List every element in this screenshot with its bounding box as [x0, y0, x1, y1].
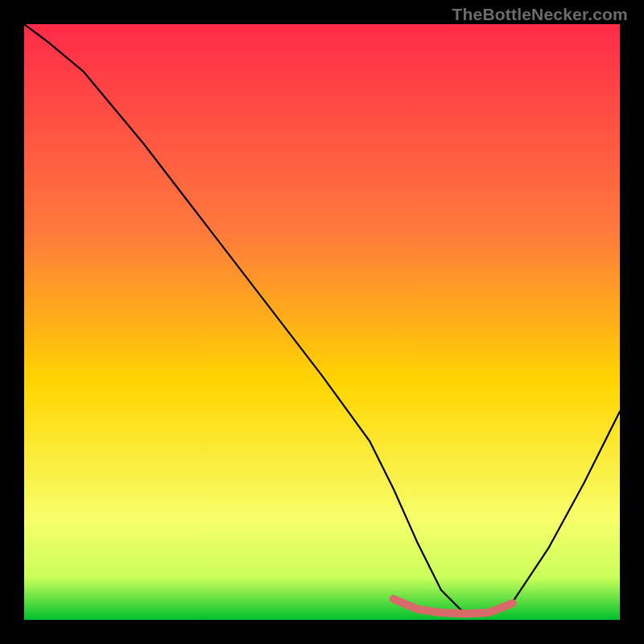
watermark-text: TheBottleNecker.com	[452, 5, 628, 24]
chart-svg	[24, 24, 620, 620]
plot-background	[24, 24, 620, 620]
chart-frame	[24, 24, 620, 620]
